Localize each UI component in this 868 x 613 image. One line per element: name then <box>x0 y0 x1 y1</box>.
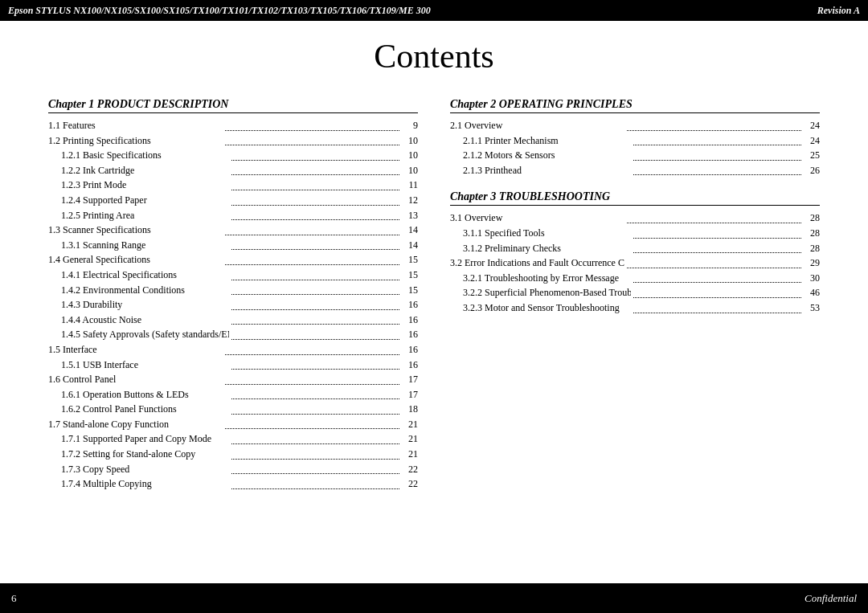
toc-page-number: 15 <box>402 252 418 268</box>
toc-page-number: 22 <box>402 476 418 492</box>
toc-entry-text: 3.2.1 Troubleshooting by Error Message <box>463 271 631 286</box>
toc-page-number: 28 <box>804 241 820 256</box>
chapter3-entries: 3.1 Overview283.1.1 Specified Tools283.1… <box>450 210 820 315</box>
toc-page-number: 24 <box>804 133 820 149</box>
toc-dots <box>225 118 399 131</box>
toc-dots <box>231 163 399 176</box>
chapter2-heading: Chapter 2 OPERATING PRINCIPLES <box>450 98 820 113</box>
page-number: 6 <box>11 592 17 605</box>
toc-entry: 1.1 Features9 <box>48 118 418 133</box>
toc-page-number: 30 <box>804 271 820 286</box>
toc-entry: 3.1.2 Preliminary Checks28 <box>450 241 820 256</box>
toc-dots <box>225 133 399 146</box>
toc-entry: 1.2.3 Print Mode11 <box>48 178 418 193</box>
toc-entry: 1.2.1 Basic Specifications10 <box>48 148 418 163</box>
toc-dots <box>231 476 399 489</box>
toc-dots <box>225 342 399 355</box>
toc-entry: 1.5.1 USB Interface16 <box>48 358 418 373</box>
toc-entry-text: 1.4.3 Durability <box>61 297 229 313</box>
toc-entry: 1.7.2 Setting for Stand-alone Copy21 <box>48 447 418 462</box>
toc-entry: 1.6 Control Panel17 <box>48 372 418 387</box>
toc-entry: 1.4.2 Environmental Conditions15 <box>48 283 418 298</box>
chapter3-section: Chapter 3 TROUBLESHOOTING 3.1 Overview28… <box>450 190 820 315</box>
toc-page-number: 13 <box>402 208 418 223</box>
toc-page-number: 22 <box>402 462 418 477</box>
toc-entry-text: 2.1 Overview <box>450 118 624 133</box>
toc-entry: 1.3 Scanner Specifications14 <box>48 223 418 238</box>
toc-page-number: 18 <box>402 402 418 417</box>
toc-page-number: 14 <box>402 223 418 238</box>
toc-page-number: 28 <box>804 226 820 241</box>
toc-dots <box>231 313 399 325</box>
header-title: Epson STYLUS NX100/NX105/SX100/SX105/TX1… <box>8 5 431 17</box>
toc-page-number: 16 <box>402 297 418 313</box>
chapter1-heading: Chapter 1 PRODUCT DESCRIPTION <box>48 98 418 113</box>
toc-page-number: 25 <box>804 148 820 163</box>
toc-entry-text: 1.2.1 Basic Specifications <box>61 148 229 163</box>
toc-dots <box>225 372 399 385</box>
toc-entry-text: 1.2.3 Print Mode <box>61 178 229 193</box>
chapter1-entries: 1.1 Features91.2 Printing Specifications… <box>48 118 418 492</box>
toc-dots <box>225 417 399 430</box>
toc-dots <box>231 148 399 161</box>
toc-dots <box>225 252 399 265</box>
toc-entry-text: 1.4.1 Electrical Specifications <box>61 268 229 283</box>
toc-dots <box>231 193 399 206</box>
toc-entry: 1.4.1 Electrical Specifications15 <box>48 268 418 283</box>
toc-dots <box>231 462 399 475</box>
toc-dots <box>633 300 801 313</box>
toc-page-number: 10 <box>402 163 418 178</box>
chapter1-section: Chapter 1 PRODUCT DESCRIPTION 1.1 Featur… <box>48 98 418 492</box>
left-column: Chapter 1 PRODUCT DESCRIPTION 1.1 Featur… <box>48 98 418 505</box>
toc-page-number: 10 <box>402 148 418 163</box>
toc-entry: 1.6.1 Operation Buttons & LEDs17 <box>48 387 418 403</box>
toc-entry: 3.2.3 Motor and Sensor Troubleshooting53 <box>450 300 820 316</box>
toc-entry-text: 3.2.3 Motor and Sensor Troubleshooting <box>463 300 631 316</box>
toc-dots <box>627 210 801 223</box>
toc-entry-text: 3.2.2 Superficial Phenomenon-Based Troub… <box>463 285 631 300</box>
toc-page-number: 21 <box>402 447 418 462</box>
toc-entry-text: 1.6.2 Control Panel Functions <box>61 402 229 417</box>
toc-dots <box>231 238 399 251</box>
toc-entry-text: 1.6.1 Operation Buttons & LEDs <box>61 387 229 403</box>
toc-entry-text: 3.1 Overview <box>450 210 624 226</box>
toc-page-number: 24 <box>804 118 820 133</box>
toc-entry-text: 2.1.3 Printhead <box>463 163 631 178</box>
toc-entry-text: 1.7.1 Supported Paper and Copy Mode <box>61 431 229 447</box>
toc-page-number: 11 <box>402 178 418 193</box>
toc-entry-text: 1.4.5 Safety Approvals (Safety standards… <box>61 327 229 342</box>
toc-entry: 1.7.1 Supported Paper and Copy Mode21 <box>48 431 418 447</box>
toc-dots <box>633 133 801 146</box>
toc-entry-text: 1.1 Features <box>48 118 223 133</box>
toc-page-number: 15 <box>402 283 418 298</box>
toc-entry: 1.2.4 Supported Paper12 <box>48 193 418 208</box>
toc-entry-text: 2.1.2 Motors & Sensors <box>463 148 631 163</box>
toc-entry: 3.1 Overview28 <box>450 210 820 226</box>
toc-page-number: 17 <box>402 387 418 403</box>
toc-entry-text: 1.3 Scanner Specifications <box>48 223 223 238</box>
page-title: Contents <box>48 37 820 76</box>
confidential-label: Confidential <box>805 592 857 605</box>
toc-page-number: 10 <box>402 133 418 149</box>
toc-dots <box>633 271 801 284</box>
toc-entry-text: 1.7 Stand-alone Copy Function <box>48 417 223 432</box>
toc-dots <box>633 163 801 176</box>
toc-entry-text: 1.4 General Specifications <box>48 252 223 268</box>
toc-page-number: 17 <box>402 372 418 387</box>
toc-dots <box>627 255 801 268</box>
toc-page-number: 21 <box>402 431 418 447</box>
toc-entry: 1.2 Printing Specifications10 <box>48 133 418 149</box>
toc-dots <box>231 268 399 280</box>
toc-entry-text: 1.4.2 Environmental Conditions <box>61 283 229 298</box>
chapter3-heading: Chapter 3 TROUBLESHOOTING <box>450 190 820 206</box>
toc-page-number: 16 <box>402 358 418 373</box>
toc-dots <box>231 283 399 296</box>
toc-entry: 1.3.1 Scanning Range14 <box>48 238 418 253</box>
toc-entry-text: 2.1.1 Printer Mechanism <box>463 133 631 149</box>
toc-entry: 2.1 Overview24 <box>450 118 820 133</box>
toc-page-number: 9 <box>402 118 418 133</box>
toc-entry-text: 1.7.2 Setting for Stand-alone Copy <box>61 447 229 462</box>
header-revision: Revision A <box>817 5 860 17</box>
toc-entry: 1.7.3 Copy Speed22 <box>48 462 418 477</box>
toc-entry-text: 1.5.1 USB Interface <box>61 358 229 373</box>
